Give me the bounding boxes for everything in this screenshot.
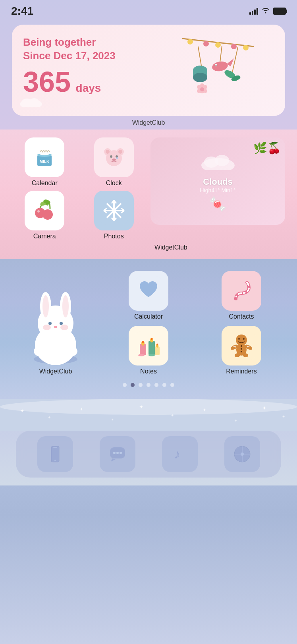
svg-point-5: [203, 41, 209, 46]
svg-rect-84: [155, 346, 160, 355]
svg-rect-83: [148, 341, 155, 355]
blue-section: WidgetClub Calculator: [0, 259, 297, 399]
svg-text:✦: ✦: [171, 413, 174, 418]
svg-point-121: [113, 452, 116, 454]
svg-rect-82: [140, 344, 146, 355]
svg-point-117: [54, 460, 56, 461]
svg-rect-118: [53, 447, 57, 448]
svg-point-72: [60, 322, 63, 325]
cloud-decoration: [19, 95, 43, 109]
svg-text:✦: ✦: [20, 408, 25, 414]
dock-container: ♪: [0, 431, 297, 485]
notes-icon: [129, 326, 168, 366]
svg-text:✦: ✦: [282, 414, 285, 419]
contacts-icon: [222, 271, 261, 311]
svg-point-6: [215, 42, 221, 48]
weather-widget[interactable]: 🌿🍒 Clouds High41° Min1° 🍬: [150, 137, 285, 225]
svg-text:MILK: MILK: [40, 159, 50, 164]
svg-point-89: [151, 338, 152, 340]
dot-0[interactable]: [123, 383, 127, 387]
svg-point-68: [42, 295, 49, 317]
dock-safari[interactable]: [224, 436, 260, 472]
app-item-calendar[interactable]: MILK Calendar: [12, 137, 77, 187]
weather-cloud: [200, 150, 236, 175]
reminders-label: Reminders: [226, 368, 256, 375]
camera-icon: [25, 191, 64, 230]
svg-point-37: [118, 150, 122, 154]
camera-label: Camera: [33, 233, 56, 240]
app-item-notes[interactable]: Notes: [105, 326, 192, 375]
holly-decoration: 🌿🍒: [253, 141, 281, 155]
svg-point-38: [110, 155, 112, 158]
dot-1[interactable]: [131, 383, 135, 387]
dock-music[interactable]: ♪: [162, 436, 198, 472]
svg-point-100: [238, 338, 240, 340]
app-item-calculator[interactable]: Calculator: [105, 271, 192, 320]
bunny-widget-label: WidgetClub: [39, 368, 72, 375]
contacts-label: Contacts: [229, 313, 254, 320]
svg-point-128: [241, 453, 244, 456]
top-widget[interactable]: Being togetherSince Dec 17, 2023 365 day…: [12, 25, 285, 116]
svg-point-102: [241, 345, 242, 347]
svg-point-11: [193, 73, 207, 82]
svg-point-104: [241, 351, 242, 352]
dot-6[interactable]: [170, 383, 174, 387]
svg-point-19: [203, 85, 207, 89]
weather-widget-label: WidgetClub: [154, 244, 187, 251]
blue-main-grid: WidgetClub Calculator: [12, 271, 285, 375]
svg-rect-79: [227, 277, 256, 305]
dot-4[interactable]: [154, 383, 158, 387]
svg-point-40: [112, 159, 116, 161]
dot-3[interactable]: [147, 383, 150, 387]
app-item-clock[interactable]: Clock: [81, 137, 147, 187]
wifi-icon: [261, 7, 270, 15]
notes-label: Notes: [140, 368, 157, 375]
status-time: 2:41: [11, 5, 33, 17]
app-item-contacts[interactable]: Contacts: [198, 271, 285, 320]
svg-text:✦: ✦: [262, 405, 267, 411]
svg-point-75: [54, 326, 57, 328]
dock: ♪: [16, 431, 281, 478]
top-widget-label: WidgetClub: [0, 119, 297, 126]
svg-point-74: [60, 325, 68, 330]
svg-text:✦: ✦: [111, 418, 114, 422]
calendar-label: Calendar: [32, 180, 58, 187]
calendar-icon: MILK: [25, 137, 64, 177]
svg-point-122: [116, 452, 119, 454]
calculator-icon: [129, 271, 168, 311]
photos-label: Photos: [104, 233, 124, 240]
svg-point-23: [200, 87, 204, 91]
dot-2[interactable]: [139, 383, 143, 387]
page-dots: [12, 383, 285, 387]
svg-point-70: [62, 295, 69, 317]
svg-point-8: [243, 45, 249, 50]
signal-icon: [249, 8, 258, 15]
app-grid: MILK Calendar: [12, 137, 285, 251]
dock-messages[interactable]: [100, 436, 135, 472]
svg-point-76: [34, 346, 50, 357]
app-item-reminders[interactable]: Reminders: [198, 326, 285, 375]
widget-decoration: [135, 25, 285, 116]
svg-text:✦: ✦: [139, 404, 144, 410]
svg-point-7: [231, 44, 237, 49]
dot-5[interactable]: [162, 383, 166, 387]
status-bar: 2:41: [0, 0, 297, 21]
weather-temp: High41° Min1°: [200, 187, 236, 193]
dock-phone[interactable]: [37, 436, 73, 472]
svg-line-2: [220, 46, 222, 62]
svg-point-106: [0, 399, 297, 415]
svg-point-88: [142, 341, 144, 343]
weather-name: Clouds: [203, 177, 233, 187]
weather-widget-label-container: WidgetClub: [150, 244, 285, 251]
svg-point-103: [241, 348, 242, 350]
svg-point-77: [62, 346, 77, 357]
bunny-illustration: [20, 278, 91, 366]
svg-point-4: [187, 39, 193, 44]
svg-text:♪: ♪: [174, 447, 180, 461]
svg-point-26: [29, 98, 39, 105]
bunny-widget[interactable]: WidgetClub: [12, 271, 99, 375]
svg-point-101: [243, 338, 245, 340]
app-item-photos[interactable]: Photos: [81, 191, 147, 240]
app-item-camera[interactable]: Camera: [12, 191, 77, 240]
snow-texture: ✦ ✦ ✦ ✦ ✦ ✦ ✦ ✦ ✦ ✦: [0, 399, 297, 431]
